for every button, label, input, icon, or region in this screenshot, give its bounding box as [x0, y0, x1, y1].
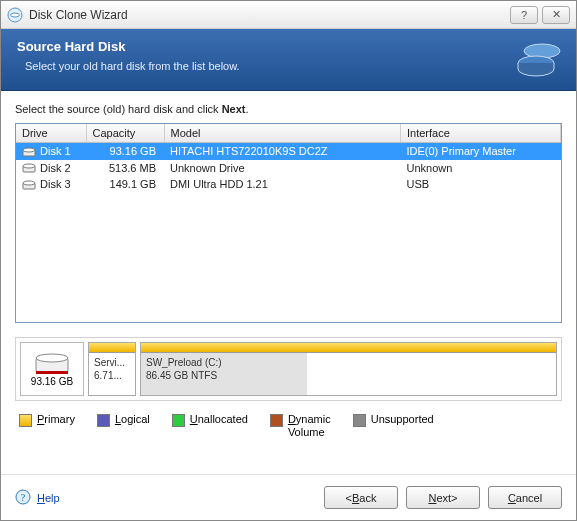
legend-dynamic-text: ynamic: [296, 413, 331, 425]
disk-row-icon: [22, 180, 36, 191]
banner-subtitle: Select your old hard disk from the list …: [25, 60, 560, 72]
col-interface[interactable]: Interface: [401, 124, 561, 143]
footer: ? Help < Back Next > Cancel: [1, 474, 576, 520]
legend-unallocated: Unallocated: [172, 413, 248, 439]
legend-unallocated-text: nallocated: [198, 413, 248, 425]
help-link[interactable]: ? Help: [15, 489, 60, 507]
legend-primary-text: rimary: [44, 413, 75, 425]
col-drive[interactable]: Drive: [16, 124, 86, 143]
legend-unsupported-text: Unsupported: [371, 413, 434, 426]
banner-disk-icon: [514, 37, 564, 83]
table-row[interactable]: Disk 3149.1 GBDMI Ultra HDD 1.21USB: [16, 176, 561, 193]
cancel-button[interactable]: Cancel: [488, 486, 562, 509]
wizard-window: Disk Clone Wizard ? ✕ Source Hard Disk S…: [0, 0, 577, 521]
banner-title: Source Hard Disk: [17, 39, 560, 54]
table-header-row: Drive Capacity Model Interface: [16, 124, 561, 143]
disk-summary: 93.16 GB: [20, 342, 84, 396]
content-area: Select the source (old) hard disk and cl…: [1, 91, 576, 453]
close-window-button[interactable]: ✕: [542, 6, 570, 24]
instruction-text: Select the source (old) hard disk and cl…: [15, 103, 562, 115]
svg-point-9: [23, 181, 35, 185]
help-window-button[interactable]: ?: [510, 6, 538, 24]
next-button[interactable]: Next >: [406, 486, 480, 509]
banner: Source Hard Disk Select your old hard di…: [1, 29, 576, 91]
swatch-primary: [19, 414, 32, 427]
partition-sw-preload[interactable]: SW_Preload (C:) 86.45 GB NTFS: [140, 342, 557, 396]
col-model[interactable]: Model: [164, 124, 401, 143]
partition-service[interactable]: Servi... 6.71...: [88, 342, 136, 396]
swatch-unsupported: [353, 414, 366, 427]
help-icon: ?: [15, 489, 31, 507]
svg-point-11: [36, 354, 68, 362]
swatch-dynamic: [270, 414, 283, 427]
disk-table: Drive Capacity Model Interface Disk 193.…: [15, 123, 562, 323]
svg-rect-12: [36, 371, 68, 374]
disk-row-icon: [22, 163, 36, 174]
table-row[interactable]: Disk 2513.6 MBUnknown DriveUnknown: [16, 160, 561, 177]
legend-dynamic: DynamicVolume: [270, 413, 331, 439]
titlebar: Disk Clone Wizard ? ✕: [1, 1, 576, 29]
svg-text:?: ?: [21, 492, 26, 503]
help-label: elp: [45, 492, 60, 504]
svg-point-7: [23, 164, 35, 168]
legend-logical-text: ogical: [121, 413, 150, 425]
disk-summary-size: 93.16 GB: [31, 376, 73, 387]
partition-map: 93.16 GB Servi... 6.71... SW_Preload (C:…: [15, 337, 562, 401]
back-button[interactable]: < Back: [324, 486, 398, 509]
swatch-logical: [97, 414, 110, 427]
app-icon: [7, 7, 23, 23]
table-row[interactable]: Disk 193.16 GBHITACHI HTS722010K9S DC2ZI…: [16, 143, 561, 160]
window-title: Disk Clone Wizard: [29, 8, 506, 22]
svg-point-1: [11, 13, 20, 17]
legend-unsupported: Unsupported: [353, 413, 434, 439]
legend-primary: Primary: [19, 413, 75, 439]
partition-bar: [89, 343, 135, 353]
disk-summary-icon: [34, 352, 70, 376]
window-buttons: ? ✕: [506, 6, 570, 24]
svg-point-5: [23, 148, 35, 152]
col-capacity[interactable]: Capacity: [86, 124, 164, 143]
swatch-unallocated: [172, 414, 185, 427]
partition-bar: [141, 343, 556, 353]
legend: Primary Logical Unallocated DynamicVolum…: [15, 411, 562, 441]
disk-row-icon: [22, 147, 36, 158]
legend-logical: Logical: [97, 413, 150, 439]
